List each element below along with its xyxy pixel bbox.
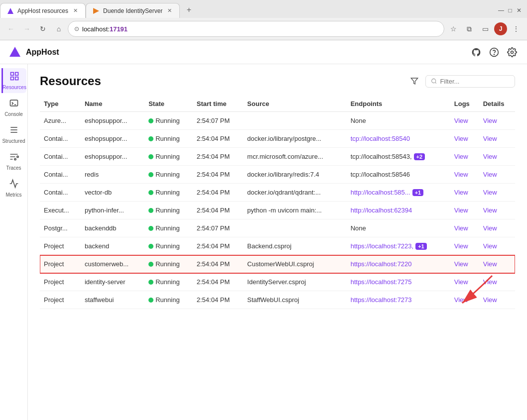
cast-icon[interactable]: ▭ <box>478 22 492 36</box>
cell-source <box>243 112 346 130</box>
filter-icon-button[interactable] <box>407 74 421 88</box>
refresh-button[interactable]: ↻ <box>36 22 50 36</box>
cell-logs[interactable]: View <box>450 112 479 130</box>
cell-endpoints[interactable]: https://localhost:7223,+1 <box>347 237 450 255</box>
cell-source: IdentityServer.csproj <box>243 273 346 291</box>
cell-details[interactable]: View <box>479 112 515 130</box>
endpoint-link[interactable]: tcp://localhost:58540 <box>351 135 410 142</box>
cell-details[interactable]: View <box>479 255 515 273</box>
cell-logs[interactable]: View <box>450 148 479 166</box>
tab-apphost[interactable]: AppHost resources ✕ <box>0 3 86 18</box>
cell-logs[interactable]: View <box>450 184 479 202</box>
plus-badge[interactable]: +2 <box>414 153 425 160</box>
cell-endpoints[interactable]: https://localhost:7220 <box>347 255 450 273</box>
endpoint-link[interactable]: https://localhost:7273 <box>351 296 412 304</box>
details-link[interactable]: View <box>483 296 497 304</box>
logs-link[interactable]: View <box>454 117 468 124</box>
minimize-button[interactable]: — <box>497 6 505 14</box>
back-button[interactable]: ← <box>4 22 18 36</box>
cell-logs[interactable]: View <box>450 130 479 148</box>
cell-details[interactable]: View <box>479 219 515 237</box>
cell-details[interactable]: View <box>479 148 515 166</box>
cell-endpoints[interactable]: https://localhost:7273 <box>347 291 450 309</box>
close-button[interactable]: ✕ <box>515 6 523 14</box>
cell-details[interactable]: View <box>479 130 515 148</box>
sidebar-item-console[interactable]: Console <box>1 95 26 120</box>
settings-icon[interactable] <box>505 45 519 59</box>
endpoint-link[interactable]: http://localhost:585... <box>351 189 410 196</box>
sidebar-item-traces[interactable]: Traces <box>1 149 26 174</box>
details-link[interactable]: View <box>483 242 497 250</box>
details-link[interactable]: View <box>483 135 497 142</box>
cell-details[interactable]: View <box>479 237 515 255</box>
details-link[interactable]: View <box>483 224 497 232</box>
logs-link[interactable]: View <box>454 278 468 286</box>
cell-logs[interactable]: View <box>450 166 479 184</box>
cell-logs[interactable]: View <box>450 291 479 309</box>
cell-details[interactable]: View <box>479 291 515 309</box>
help-icon[interactable] <box>487 45 501 59</box>
new-tab-button[interactable]: + <box>182 3 196 17</box>
plus-badge[interactable]: +1 <box>412 189 424 196</box>
github-icon[interactable] <box>469 45 483 59</box>
filter-input[interactable] <box>440 78 510 85</box>
sidebar-item-metrics[interactable]: Metrics <box>1 176 26 201</box>
cell-logs[interactable]: View <box>450 219 479 237</box>
endpoint-link[interactable]: https://localhost:7223, <box>351 242 413 250</box>
details-link[interactable]: View <box>483 207 497 214</box>
cell-state: Running <box>144 202 193 219</box>
profile-icon[interactable]: J <box>494 22 507 35</box>
logs-link[interactable]: View <box>454 260 468 268</box>
state-text: Running <box>155 117 179 124</box>
tab-close-apphost[interactable]: ✕ <box>71 7 79 15</box>
svg-point-16 <box>14 158 15 160</box>
sidebar-item-resources[interactable]: Resources <box>1 68 26 93</box>
logs-link[interactable]: View <box>454 296 468 304</box>
cell-endpoints[interactable]: http://localhost:585...+1 <box>347 184 450 202</box>
maximize-button[interactable]: □ <box>506 6 514 14</box>
highlighted-row: Projectcustomerweb...Running2:54:04 PMCu… <box>40 255 515 273</box>
plus-badge[interactable]: +1 <box>415 243 427 250</box>
url-bar[interactable]: ⊙ localhost:17191 <box>68 21 444 37</box>
state-text: Running <box>155 242 179 250</box>
home-button[interactable]: ⌂ <box>52 22 66 36</box>
endpoint-link[interactable]: https://localhost:7220 <box>351 260 412 268</box>
cell-type: Project <box>40 273 81 291</box>
cell-details[interactable]: View <box>479 166 515 184</box>
tab-bar: AppHost resources ✕ Duende IdentityServe… <box>0 0 527 18</box>
logs-link[interactable]: View <box>454 224 468 232</box>
cell-logs[interactable]: View <box>450 273 479 291</box>
endpoint-link[interactable]: http://localhost:62394 <box>351 207 412 214</box>
cell-logs[interactable]: View <box>450 255 479 273</box>
details-link[interactable]: View <box>483 171 497 178</box>
cell-endpoints[interactable]: tcp://localhost:58540 <box>347 130 450 148</box>
extensions-icon[interactable]: ⧉ <box>462 22 476 36</box>
tab-identity[interactable]: Duende IdentityServer ✕ <box>86 3 180 18</box>
forward-button[interactable]: → <box>20 22 34 36</box>
logs-link[interactable]: View <box>454 135 468 142</box>
details-link[interactable]: View <box>483 117 497 124</box>
details-link[interactable]: View <box>483 189 497 196</box>
logs-link[interactable]: View <box>454 153 468 160</box>
cell-logs[interactable]: View <box>450 202 479 219</box>
cell-details[interactable]: View <box>479 273 515 291</box>
tab-close-identity[interactable]: ✕ <box>165 7 173 15</box>
details-link[interactable]: View <box>483 153 497 160</box>
details-link[interactable]: View <box>483 278 497 286</box>
app-logo <box>8 45 22 59</box>
cell-source: mcr.microsoft.com/azure... <box>243 148 346 166</box>
logs-link[interactable]: View <box>454 242 468 250</box>
menu-icon[interactable]: ⋮ <box>509 22 523 36</box>
cell-details[interactable]: View <box>479 184 515 202</box>
logs-link[interactable]: View <box>454 189 468 196</box>
cell-endpoints[interactable]: https://localhost:7275 <box>347 273 450 291</box>
logs-link[interactable]: View <box>454 207 468 214</box>
logs-link[interactable]: View <box>454 171 468 178</box>
star-icon[interactable]: ☆ <box>446 22 460 36</box>
endpoint-link[interactable]: https://localhost:7275 <box>351 278 412 286</box>
cell-endpoints[interactable]: http://localhost:62394 <box>347 202 450 219</box>
cell-logs[interactable]: View <box>450 237 479 255</box>
details-link[interactable]: View <box>483 260 497 268</box>
cell-details[interactable]: View <box>479 202 515 219</box>
sidebar-item-structured[interactable]: Structured <box>1 122 26 147</box>
